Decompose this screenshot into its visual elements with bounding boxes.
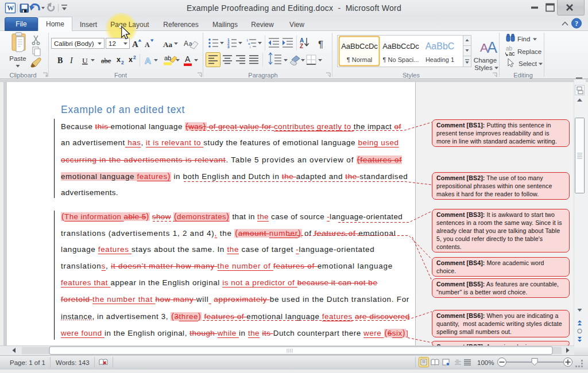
svg-text:Styles: Styles: [474, 64, 493, 71]
svg-text:ac: ac: [509, 50, 515, 57]
svg-text:12: 12: [109, 40, 116, 47]
svg-text:Change: Change: [474, 57, 497, 64]
svg-text:2: 2: [133, 55, 136, 60]
svg-text:¶: ¶: [318, 39, 323, 50]
svg-text:I: I: [69, 56, 74, 65]
svg-text:A: A: [145, 56, 151, 65]
svg-text:Page: 1 of 1: Page: 1 of 1: [10, 359, 45, 366]
svg-text:Editing: Editing: [513, 72, 533, 79]
svg-text:¶ No Spaci...: ¶ No Spaci...: [383, 56, 419, 63]
svg-text:?: ?: [575, 20, 578, 28]
svg-text:Replace: Replace: [517, 48, 541, 55]
svg-text:AaBbCcDc: AaBbCcDc: [382, 42, 419, 50]
svg-text:Calibri (Body): Calibri (Body): [54, 40, 94, 47]
svg-text:Words: 143: Words: 143: [56, 359, 90, 366]
svg-text:Font: Font: [114, 72, 127, 79]
svg-text:Select: Select: [519, 60, 537, 67]
svg-text:A: A: [487, 39, 497, 56]
svg-text:Find: Find: [517, 36, 530, 42]
svg-text:1: 1: [246, 38, 249, 42]
svg-text:x: x: [129, 56, 133, 64]
svg-text:B: B: [57, 56, 63, 65]
svg-text:2: 2: [121, 60, 124, 65]
svg-text:A: A: [184, 40, 188, 48]
svg-text:A: A: [145, 41, 150, 49]
svg-text:AaBbCcDc: AaBbCcDc: [341, 42, 378, 50]
svg-text:Z: Z: [300, 43, 303, 49]
svg-text:abe: abe: [101, 57, 111, 65]
svg-text:AaBbC⁢: AaBbC⁢: [425, 41, 455, 51]
svg-text:A: A: [185, 55, 191, 64]
svg-text:100%: 100%: [477, 359, 494, 366]
svg-text:U: U: [82, 56, 88, 65]
svg-text:Heading 1: Heading 1: [425, 56, 454, 63]
svg-text:3: 3: [227, 45, 230, 49]
svg-text:Clipboard: Clipboard: [9, 72, 36, 79]
svg-text:i: i: [250, 45, 250, 49]
svg-text:Styles: Styles: [403, 72, 420, 79]
svg-text:¶ Normal: ¶ Normal: [347, 56, 372, 63]
svg-text:Paragraph: Paragraph: [248, 72, 277, 79]
svg-text:Paste: Paste: [9, 55, 26, 62]
svg-text:x: x: [117, 56, 121, 64]
svg-text:Aa: Aa: [163, 40, 172, 49]
